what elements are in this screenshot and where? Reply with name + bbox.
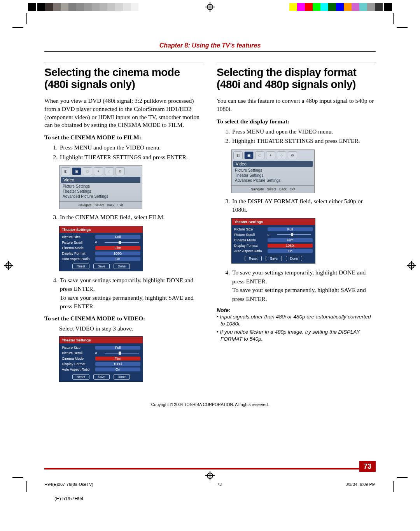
osd-tab-icon: ▣ <box>244 151 254 159</box>
osd-tab-icon: ▣ <box>72 167 81 175</box>
setting-value: Full <box>268 227 313 231</box>
osd-theater-settings: Theater Settings Picture SizeFull Pictur… <box>59 226 143 271</box>
registration-block <box>28 3 36 11</box>
osd-menu-item: Picture Settings <box>235 168 311 173</box>
footer-page: 73 <box>217 482 222 487</box>
registration-mark-icon <box>205 2 215 12</box>
setting-value: Film <box>95 357 140 360</box>
osd-menu-item: Advanced Picture Settings <box>235 178 311 183</box>
note-item: If you notice flicker in a 480p image, t… <box>217 329 376 342</box>
slider-zero: 0 <box>268 233 271 237</box>
procedure-heading: To set the CINEMA MODE to VIDEO: <box>44 315 203 322</box>
osd-hint: Navigate <box>251 187 264 191</box>
crop-mark-icon <box>16 17 27 28</box>
intro-text: When you view a DVD (480i signal; 3:2 pu… <box>44 97 203 130</box>
note-list: Input signals other than 480i or 480p ar… <box>217 313 376 342</box>
footer-file: H94(E)067-76(8a-UseTV) <box>44 482 93 487</box>
left-column: Selecting the cinema mode (480i signals … <box>44 63 203 387</box>
osd-button: Save <box>93 264 109 269</box>
footer-date: 8/3/04, 6:09 PM <box>345 482 376 487</box>
procedure-heading: To select the display format: <box>217 118 376 125</box>
intro-text: You can use this feature to convert a 48… <box>217 97 376 113</box>
osd-tab-icon: ✦ <box>266 151 275 159</box>
osd-hint: Exit <box>290 187 295 191</box>
setting-value: Full <box>95 235 140 239</box>
crop-mark-icon <box>393 477 404 488</box>
osd-button: Reset <box>72 374 89 380</box>
body-text: Select VIDEO in step 3 above. <box>59 324 203 333</box>
osd-panel-title: Theater Settings <box>232 218 315 225</box>
osd-tab-icon: ⚙ <box>288 151 297 159</box>
setting-label: Display Format <box>62 251 95 255</box>
osd-hint: Exit <box>117 203 123 207</box>
osd-hint: Navigate <box>79 203 92 207</box>
setting-label: Picture Scroll <box>234 233 268 237</box>
setting-label: Auto Aspect Ratio <box>62 367 95 371</box>
step-item: Press MENU and open the VIDEO menu. <box>231 127 376 136</box>
setting-value: On <box>95 367 140 371</box>
procedure-heading: To set the CINEMA MODE to FILM: <box>44 134 203 141</box>
setting-label: Cinema Mode <box>62 246 95 250</box>
color-bar <box>37 3 146 11</box>
section-heading: Selecting the cinema mode (480i signals … <box>44 63 203 91</box>
setting-value: Film <box>268 238 313 242</box>
setting-label: Picture Scroll <box>62 241 95 244</box>
footer-rule <box>44 468 376 469</box>
slider-icon <box>100 241 140 244</box>
imposition-footer: H94(E)067-76(8a-UseTV) 73 8/3/04, 6:09 P… <box>44 482 376 487</box>
step-list: In the CINEMA MODE field, select FILM. <box>59 213 203 222</box>
step-list: To save your settings temporarily, highl… <box>231 268 376 303</box>
osd-hint: Select <box>94 203 104 207</box>
setting-value: On <box>95 257 140 261</box>
setting-label: Display Format <box>234 244 268 248</box>
step-list: In the DISPLAY FORMAT field, select eith… <box>231 197 376 215</box>
registration-mark-icon <box>407 261 416 270</box>
step-list: Press MENU and open the VIDEO menu. High… <box>59 143 203 162</box>
osd-hint: Back <box>107 203 114 207</box>
step-item: To save your settings temporarily, highl… <box>59 276 203 311</box>
section-heading: Selecting the display format (480i and 4… <box>217 63 376 91</box>
setting-value: 1080i <box>95 362 140 366</box>
setting-value: Film <box>95 246 140 250</box>
osd-video-menu: ◧ ▣ ◌ ✦ ⌂ ⚙ Video Picture Settings Theat… <box>59 165 142 209</box>
setting-label: Auto Aspect Ratio <box>62 257 95 261</box>
chapter-heading: Chapter 8: Using the TV's features <box>44 42 376 52</box>
registration-block <box>384 3 392 11</box>
osd-button: Reset <box>72 264 89 269</box>
page-content: Chapter 8: Using the TV's features Selec… <box>44 42 376 465</box>
step-item: To save your settings temporarily, highl… <box>231 268 376 303</box>
crop-mark-icon <box>16 477 27 488</box>
step-list: Press MENU and open the VIDEO menu. High… <box>231 127 376 146</box>
registration-mark-icon <box>205 471 215 480</box>
osd-button: Save <box>266 256 282 261</box>
step-item: In the DISPLAY FORMAT field, select eith… <box>231 197 376 215</box>
osd-section-label: Video <box>61 177 140 183</box>
setting-value: Full <box>95 346 140 350</box>
step-item: Highlight THEATER SETTINGS and press ENT… <box>231 137 376 145</box>
osd-tab-icon: ⌂ <box>277 151 286 159</box>
osd-tab-icon: ◧ <box>233 151 243 159</box>
step-item: Highlight THEATER SETTINGS and press ENT… <box>59 153 203 162</box>
slider-zero: 0 <box>95 352 99 355</box>
registration-mark-icon <box>4 261 13 270</box>
step-text: To save your settings temporarily, highl… <box>232 269 366 284</box>
osd-panel-title: Theater Settings <box>60 226 143 233</box>
osd-tab-icon: ✦ <box>94 167 103 175</box>
setting-label: Auto Aspect Ratio <box>234 249 268 253</box>
setting-label: Picture Size <box>234 227 268 231</box>
step-text: To save your settings permanently, highl… <box>60 294 194 309</box>
setting-label: Picture Size <box>62 235 95 239</box>
setting-label: Picture Scroll <box>62 351 95 355</box>
note-heading: Note: <box>217 307 376 313</box>
osd-hint: Back <box>279 187 287 191</box>
setting-value: 1080i <box>95 251 140 255</box>
slider-zero: 0 <box>95 241 99 244</box>
step-text: To save your settings permanently, highl… <box>232 287 366 302</box>
osd-button: Save <box>93 374 109 380</box>
setting-label: Display Format <box>62 362 95 366</box>
osd-tab-icon: ◌ <box>255 151 264 159</box>
setting-label: Cinema Mode <box>62 357 95 360</box>
osd-tab-icon: ◌ <box>83 167 92 175</box>
crop-mark-icon <box>393 17 404 28</box>
right-column: Selecting the display format (480i and 4… <box>217 63 376 387</box>
